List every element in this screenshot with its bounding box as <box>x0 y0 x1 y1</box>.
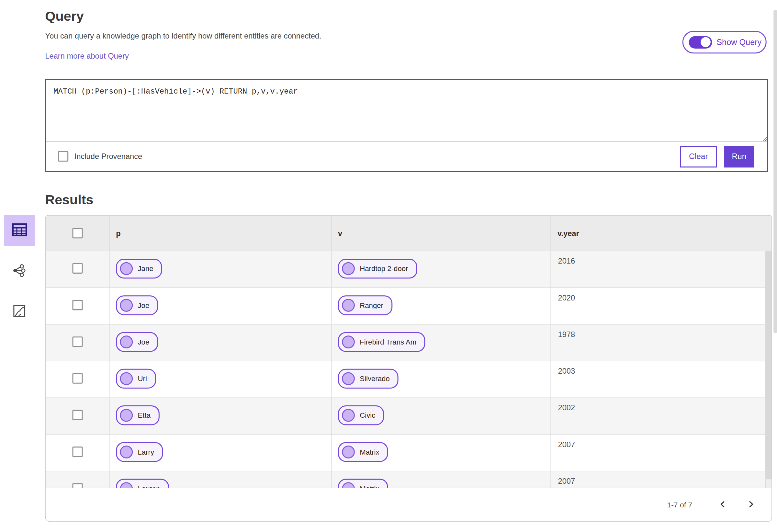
p-cell: Joe <box>109 325 332 361</box>
table-body: Jane Hardtop 2-door 2016 Joe Ranger <box>46 251 772 508</box>
v-cell: Firebird Trans Am <box>332 325 551 361</box>
row-checkbox[interactable] <box>72 263 83 274</box>
vehicle-node-pill[interactable]: Silverado <box>338 369 399 389</box>
previous-page-button[interactable] <box>717 498 729 511</box>
table-row: Jane Hardtop 2-door 2016 <box>46 251 772 288</box>
vehicle-node-label: Civic <box>360 411 375 419</box>
network-view-button[interactable] <box>4 256 35 287</box>
v-year-cell: 2003 <box>551 361 772 398</box>
node-icon <box>342 262 355 275</box>
person-node-label: Joe <box>138 338 149 346</box>
query-panel: MATCH (p:Person)-[:HasVehicle]->(v) RETU… <box>45 79 768 172</box>
person-node-label: Jane <box>138 264 153 272</box>
v-year-value: 1978 <box>551 330 575 338</box>
page-scrollbar-thumb[interactable] <box>773 10 777 333</box>
row-checkbox[interactable] <box>72 300 83 310</box>
node-icon <box>120 409 133 422</box>
column-header-v-year: v.year <box>551 216 772 251</box>
row-select-cell <box>46 251 109 288</box>
p-cell: Uri <box>109 361 332 398</box>
include-provenance-checkbox[interactable] <box>58 151 68 162</box>
person-node-label: Uri <box>138 375 147 383</box>
clear-button[interactable]: Clear <box>680 145 717 167</box>
run-button[interactable]: Run <box>724 145 754 167</box>
vehicle-node-label: Ranger <box>360 302 383 309</box>
select-all-checkbox[interactable] <box>72 228 83 238</box>
person-node-pill[interactable]: Larry <box>116 442 163 462</box>
row-select-cell <box>46 325 109 361</box>
network-view-icon <box>12 263 26 279</box>
node-icon <box>342 335 355 348</box>
row-checkbox[interactable] <box>72 446 83 457</box>
table-scrollbar-thumb[interactable] <box>766 251 772 479</box>
show-query-label: Show Query <box>716 37 762 47</box>
person-node-pill[interactable]: Joe <box>116 332 158 352</box>
page-description: You can query a knowledge graph to ident… <box>45 32 321 41</box>
vehicle-node-label: Firebird Trans Am <box>360 338 416 346</box>
pagination-range-label: 1-7 of 7 <box>667 501 692 509</box>
v-year-value: 2003 <box>551 367 575 375</box>
v-year-cell: 2016 <box>551 251 772 288</box>
results-view-switcher <box>4 215 35 327</box>
v-cell: Civic <box>332 398 551 434</box>
page-title: Query <box>45 9 84 24</box>
node-icon <box>120 299 133 312</box>
person-node-pill[interactable]: Uri <box>116 369 156 389</box>
v-year-cell: 1978 <box>551 325 772 361</box>
row-checkbox[interactable] <box>72 336 83 347</box>
v-year-value: 2007 <box>551 476 575 485</box>
next-page-button[interactable] <box>745 498 757 511</box>
vehicle-node-label: Hardtop 2-door <box>360 264 408 272</box>
node-icon <box>342 409 355 422</box>
v-cell: Hardtop 2-door <box>332 251 551 288</box>
table-header-row: p v v.year <box>46 216 772 251</box>
p-cell: Jane <box>109 251 332 288</box>
show-query-toggle[interactable]: Show Query <box>682 31 767 54</box>
map-view-button[interactable] <box>4 296 35 327</box>
toggle-knob <box>700 37 710 47</box>
node-icon <box>120 335 133 348</box>
table-scrollbar[interactable] <box>765 251 772 489</box>
query-panel-footer: Include Provenance Clear Run <box>46 141 767 171</box>
person-node-pill[interactable]: Etta <box>116 405 159 425</box>
vehicle-node-label: Silverado <box>360 375 390 383</box>
chevron-right-icon <box>747 500 755 509</box>
vehicle-node-pill[interactable]: Matrix <box>338 442 388 462</box>
table-view-icon <box>12 223 27 238</box>
node-icon <box>120 262 133 275</box>
v-year-value: 2016 <box>551 257 575 265</box>
row-select-cell <box>46 435 109 471</box>
node-icon <box>120 445 133 458</box>
person-node-pill[interactable]: Jane <box>116 259 162 279</box>
v-year-cell: 2002 <box>551 398 772 434</box>
map-view-icon <box>12 304 26 319</box>
v-year-cell: 2020 <box>551 288 772 324</box>
vehicle-node-pill[interactable]: Civic <box>338 405 384 425</box>
person-node-pill[interactable]: Joe <box>116 295 158 315</box>
v-cell: Matrix <box>332 435 551 471</box>
table-row: Etta Civic 2002 <box>46 398 772 435</box>
v-cell: Ranger <box>332 288 551 324</box>
node-icon <box>342 445 355 458</box>
row-select-cell <box>46 288 109 324</box>
v-year-value: 2007 <box>551 440 575 448</box>
column-header-p: p <box>109 216 332 251</box>
node-icon <box>120 372 133 385</box>
query-input[interactable]: MATCH (p:Person)-[:HasVehicle]->(v) RETU… <box>46 80 767 141</box>
table-view-button[interactable] <box>4 215 35 246</box>
vehicle-node-pill[interactable]: Firebird Trans Am <box>338 332 425 352</box>
vehicle-node-pill[interactable]: Ranger <box>338 295 393 315</box>
table-row: Joe Ranger 2020 <box>46 288 772 324</box>
node-icon <box>342 299 355 312</box>
table-row: Larry Matrix 2007 <box>46 435 772 471</box>
toggle-switch-on[interactable] <box>689 36 712 48</box>
row-checkbox[interactable] <box>72 410 83 420</box>
vehicle-node-pill[interactable]: Hardtop 2-door <box>338 259 417 279</box>
chevron-left-icon <box>719 500 727 509</box>
row-select-cell <box>46 361 109 398</box>
row-checkbox[interactable] <box>72 374 83 384</box>
table-row: Uri Silverado 2003 <box>46 361 772 398</box>
learn-more-link[interactable]: Learn more about Query <box>45 51 128 61</box>
v-year-value: 2020 <box>551 293 575 302</box>
person-node-label: Etta <box>138 411 150 419</box>
